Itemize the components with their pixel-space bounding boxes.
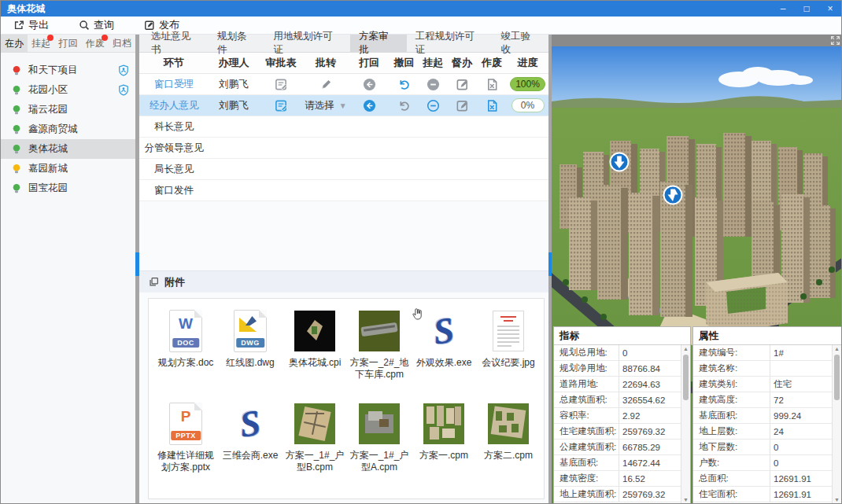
project-item[interactable]: 和天下项目 bbox=[1, 61, 135, 80]
step-name: 局长意见 bbox=[139, 163, 209, 176]
viewer-toolbar bbox=[552, 35, 842, 46]
table-row: 科长意见 bbox=[139, 116, 548, 138]
supervise-icon[interactable] bbox=[456, 78, 469, 91]
indicators-table: 指标 规划总用地:0 规划净用地:88766.84 道路用地:22694.63 … bbox=[553, 326, 691, 504]
commercial-building bbox=[706, 273, 788, 334]
exe-file-icon: S bbox=[431, 311, 456, 350]
file-item[interactable]: 奥体花城.cpi bbox=[283, 308, 347, 401]
table-row: 基底面积:999.24 bbox=[693, 408, 832, 424]
sidebar: 在办 挂起 打回 作废 归档 和天下项目 花园小区 瑞云花园 鑫源商贸城 奥体花… bbox=[1, 35, 135, 504]
tab-land-permit[interactable]: 用地规划许可证 bbox=[264, 35, 350, 52]
application-window: 奥体花城 – □ × 导出 查询 发布 在办 挂起 打回 作废 归档 和天下项目… bbox=[0, 0, 842, 504]
transfer-pen-icon[interactable] bbox=[319, 78, 333, 91]
export-button[interactable]: 导出 bbox=[13, 18, 49, 32]
step-name-link[interactable]: 窗口受理 bbox=[139, 78, 209, 91]
step-name-link[interactable]: 经办人意见 bbox=[139, 99, 209, 112]
file-item[interactable]: WDOC 规划方案.doc bbox=[153, 308, 218, 401]
scroll-down-icon[interactable]: ▼ bbox=[681, 496, 690, 504]
table-row: 分管领导意见 bbox=[139, 138, 548, 159]
scrollbar[interactable]: ▲ ▼ bbox=[681, 345, 690, 504]
revoke-icon[interactable] bbox=[397, 99, 411, 112]
approval-form-icon[interactable] bbox=[275, 99, 288, 112]
notification-dot bbox=[47, 35, 54, 41]
supervise-icon[interactable] bbox=[456, 99, 469, 112]
table-row: 窗口受理 刘鹏飞 100% bbox=[139, 74, 548, 95]
cpm-thumbnail-icon bbox=[359, 311, 400, 351]
properties-table: 属性 建筑编号:1# 建筑名称: 建筑类别:住宅 建筑高度:72 基底面积:99… bbox=[692, 326, 842, 504]
scroll-up-icon[interactable]: ▲ bbox=[681, 345, 690, 353]
tab-site-opinion[interactable]: 选址意见书 bbox=[142, 35, 209, 52]
scroll-thumb[interactable] bbox=[834, 355, 840, 400]
cpm-thumbnail-icon bbox=[359, 403, 400, 444]
status-bulb-green-icon bbox=[12, 85, 21, 96]
table-row: 地下层数:0 bbox=[693, 440, 832, 455]
mouse-cursor-hand bbox=[411, 307, 425, 322]
revoke-icon[interactable] bbox=[397, 78, 411, 91]
project-item[interactable]: 国宝花园 bbox=[1, 178, 135, 198]
map-marker[interactable] bbox=[664, 186, 682, 204]
void-icon[interactable] bbox=[486, 99, 499, 112]
sidebar-tab-returned[interactable]: 打回 bbox=[54, 35, 81, 52]
minimize-button[interactable]: – bbox=[777, 3, 789, 14]
attachments-panel: WDOC 规划方案.doc DWG 红线图.dwg 奥体花城.cpi 方案一_2… bbox=[148, 298, 545, 499]
project-item[interactable]: 瑞云花园 bbox=[1, 100, 135, 120]
file-item[interactable]: S 三维会商.exe bbox=[218, 401, 283, 494]
tab-completion-acceptance[interactable]: 竣工验收 bbox=[492, 35, 548, 52]
file-item[interactable]: PPPTX 修建性详细规划方案.pptx bbox=[153, 401, 218, 494]
table-row: 地上建筑面积:259769.32 bbox=[554, 487, 681, 502]
transfer-select[interactable]: 请选择▼ bbox=[305, 99, 346, 112]
cpm-thumbnail-icon bbox=[488, 403, 529, 444]
file-item[interactable]: DWG 红线图.dwg bbox=[218, 308, 283, 401]
tab-scheme-approval[interactable]: 方案审批 bbox=[350, 35, 407, 52]
scroll-up-icon[interactable]: ▲ bbox=[833, 345, 841, 353]
void-icon[interactable] bbox=[486, 78, 499, 91]
file-item[interactable]: 方案二.cpm bbox=[476, 401, 541, 494]
table-row: 总面积:12691.91 bbox=[693, 471, 832, 487]
return-icon[interactable] bbox=[363, 99, 376, 112]
query-button[interactable]: 查询 bbox=[79, 18, 114, 32]
suspend-icon[interactable] bbox=[427, 78, 440, 91]
map-marker[interactable] bbox=[611, 153, 629, 171]
project-item-selected[interactable]: 奥体花城 bbox=[1, 139, 135, 159]
scrollbar[interactable]: ▲ ▼ bbox=[832, 345, 841, 504]
sidebar-tab-voided[interactable]: 作废 bbox=[82, 35, 109, 52]
status-bulb-green-icon bbox=[12, 183, 21, 194]
table-row: 建筑名称: bbox=[693, 361, 832, 377]
table-row-selected: 经办人意见 刘鹏飞 请选择▼ 0% bbox=[139, 95, 548, 116]
project-item[interactable]: 鑫源商贸城 bbox=[1, 120, 135, 139]
maximize-button[interactable]: □ bbox=[800, 3, 813, 14]
scroll-thumb[interactable] bbox=[683, 355, 689, 400]
export-icon bbox=[13, 20, 24, 31]
project-list: 和天下项目 花园小区 瑞云花园 鑫源商贸城 奥体花城 嘉园新城 国宝花园 bbox=[1, 53, 135, 198]
return-icon[interactable] bbox=[363, 78, 376, 91]
table-row: 住宅面积:12691.91 bbox=[693, 487, 832, 502]
table-row: 基底面积:14672.44 bbox=[554, 455, 681, 471]
suspend-icon[interactable] bbox=[427, 99, 440, 112]
file-item[interactable]: 方案一_1#_户型A.cpm bbox=[347, 401, 412, 494]
scroll-down-icon[interactable]: ▼ bbox=[833, 496, 841, 504]
file-item[interactable]: 会议纪要.jpg bbox=[476, 308, 541, 401]
pptx-file-icon: PPPTX bbox=[169, 403, 202, 445]
step-name: 科长意见 bbox=[139, 120, 209, 134]
file-item[interactable]: 方案一_2#_地下车库.cpm bbox=[347, 308, 412, 401]
project-item[interactable]: 嘉园新城 bbox=[1, 159, 135, 178]
fullscreen-expand-icon[interactable] bbox=[830, 35, 840, 46]
project-item[interactable]: 花园小区 bbox=[1, 80, 135, 100]
sidebar-tab-suspended[interactable]: 挂起 bbox=[28, 35, 54, 52]
sidebar-tab-inprogress[interactable]: 在办 bbox=[1, 35, 28, 52]
file-item[interactable]: 方案一.cpm bbox=[412, 401, 476, 494]
tab-project-permit[interactable]: 工程规划许可证 bbox=[407, 35, 493, 52]
tab-planning-conditions[interactable]: 规划条件 bbox=[209, 35, 265, 52]
copy-icon bbox=[149, 277, 159, 287]
sidebar-tab-archived[interactable]: 归档 bbox=[109, 35, 135, 52]
progress-badge: 100% bbox=[510, 77, 545, 91]
buildings-front bbox=[569, 182, 836, 317]
status-bulb-green-icon bbox=[12, 144, 21, 155]
status-bulb-green-icon bbox=[12, 105, 21, 116]
handler-name: 刘鹏飞 bbox=[209, 78, 259, 91]
dwg-file-icon: DWG bbox=[234, 310, 267, 352]
close-button[interactable]: × bbox=[824, 3, 836, 14]
approval-form-icon[interactable] bbox=[275, 78, 288, 91]
handler-name: 刘鹏飞 bbox=[209, 99, 259, 112]
file-item[interactable]: 方案一_1#_户型B.cpm bbox=[283, 401, 347, 494]
